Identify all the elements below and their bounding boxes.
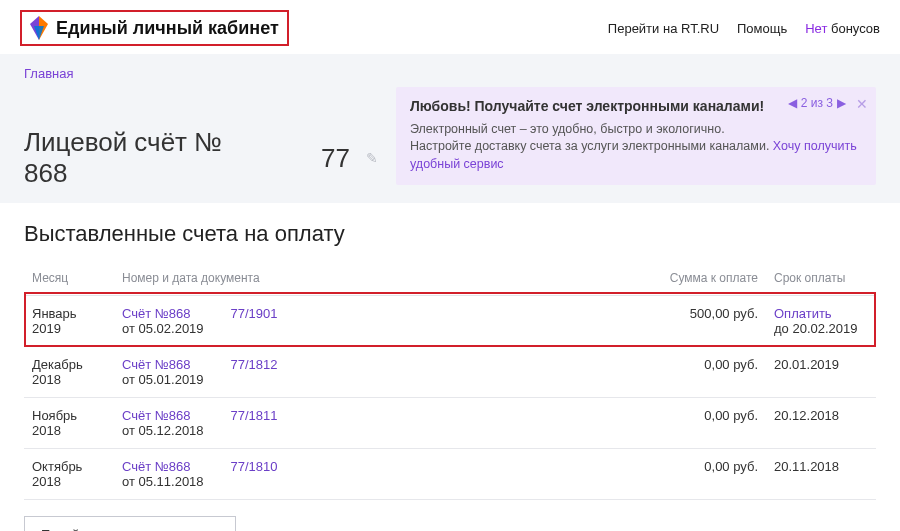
bills-table: Месяц Номер и дата документа Сумма к опл… — [24, 265, 876, 500]
cell-amount: 500,00 руб. — [626, 296, 766, 347]
cell-doc: Счёт №86877/1810от 05.11.2018 — [114, 449, 626, 500]
link-help[interactable]: Помощь — [737, 21, 787, 36]
account-column: Лицевой счёт № 868 77 ✎ — [24, 87, 378, 189]
topbar: Единый личный кабинет Перейти на RT.RU П… — [0, 0, 900, 54]
table-row: Ноябрь2018Счёт №86877/1811от 05.12.20180… — [24, 398, 876, 449]
notice-line1: Электронный счет – это удобно, быстро и … — [410, 121, 862, 139]
account-label: Лицевой счёт № 868 — [24, 127, 250, 189]
all-bills-button[interactable]: Перейти к списку всех счетов — [24, 516, 236, 531]
breadcrumb[interactable]: Главная — [24, 66, 73, 87]
main: Выставленные счета на оплату Месяц Номер… — [0, 203, 900, 531]
cell-month: Январь2019 — [24, 296, 114, 347]
cell-month: Декабрь2018 — [24, 347, 114, 398]
brand-title: Единый личный кабинет — [56, 18, 279, 39]
cell-due: Оплатитьдо 20.02.2019 — [766, 296, 876, 347]
section-title: Выставленные счета на оплату — [24, 221, 876, 247]
link-goto-rt[interactable]: Перейти на RT.RU — [608, 21, 719, 36]
account-suffix: 77 — [321, 143, 350, 174]
col-due: Срок оплаты — [766, 265, 876, 296]
notice-pager-text: 2 из 3 — [801, 95, 833, 112]
doc-number-link[interactable]: Счёт №868 — [122, 459, 190, 474]
info-row: Лицевой счёт № 868 77 ✎ ◀ 2 из 3 ▶ ✕ Люб… — [0, 87, 900, 203]
cell-doc: Счёт №86877/1812от 05.01.2019 — [114, 347, 626, 398]
doc-date: от 05.02.2019 — [122, 321, 618, 336]
doc-date: от 05.11.2018 — [122, 474, 618, 489]
doc-number-link[interactable]: Счёт №868 — [122, 408, 190, 423]
doc-code-link[interactable]: 77/1901 — [230, 306, 277, 321]
doc-code-link[interactable]: 77/1811 — [230, 408, 277, 423]
col-doc: Номер и дата документа — [114, 265, 626, 296]
chevron-right-icon[interactable]: ▶ — [837, 95, 846, 112]
cell-amount: 0,00 руб. — [626, 398, 766, 449]
chevron-left-icon[interactable]: ◀ — [788, 95, 797, 112]
notice-line2: Настройте доставку счета за услуги элект… — [410, 139, 769, 153]
edit-icon[interactable]: ✎ — [358, 150, 378, 166]
link-bonus[interactable]: Нет бонусов — [805, 21, 880, 36]
logo-icon — [30, 16, 48, 40]
cell-due: 20.11.2018 — [766, 449, 876, 500]
table-row: Январь2019Счёт №86877/1901от 05.02.20195… — [24, 296, 876, 347]
table-row: Декабрь2018Счёт №86877/1812от 05.01.2019… — [24, 347, 876, 398]
cell-due: 20.12.2018 — [766, 398, 876, 449]
pay-link[interactable]: Оплатить — [774, 306, 868, 321]
cell-month: Октябрь2018 — [24, 449, 114, 500]
promo-notice: ◀ 2 из 3 ▶ ✕ Любовь! Получайте счет элек… — [396, 87, 876, 185]
cell-doc: Счёт №86877/1901от 05.02.2019 — [114, 296, 626, 347]
col-month: Месяц — [24, 265, 114, 296]
cell-amount: 0,00 руб. — [626, 347, 766, 398]
bonus-prefix: Нет — [805, 21, 827, 36]
bonus-word: бонусов — [831, 21, 880, 36]
cell-month: Ноябрь2018 — [24, 398, 114, 449]
doc-code-link[interactable]: 77/1810 — [230, 459, 277, 474]
cell-doc: Счёт №86877/1811от 05.12.2018 — [114, 398, 626, 449]
doc-date: от 05.01.2019 — [122, 372, 618, 387]
subhead: Главная — [0, 54, 900, 87]
brand-highlight: Единый личный кабинет — [20, 10, 289, 46]
table-row: Октябрь2018Счёт №86877/1810от 05.11.2018… — [24, 449, 876, 500]
col-amount: Сумма к оплате — [626, 265, 766, 296]
top-links: Перейти на RT.RU Помощь Нет бонусов — [608, 21, 880, 36]
cell-amount: 0,00 руб. — [626, 449, 766, 500]
close-icon[interactable]: ✕ — [856, 95, 868, 115]
notice-pager[interactable]: ◀ 2 из 3 ▶ — [788, 95, 846, 112]
doc-date: от 05.12.2018 — [122, 423, 618, 438]
cell-due: 20.01.2019 — [766, 347, 876, 398]
doc-code-link[interactable]: 77/1812 — [230, 357, 277, 372]
due-date: до 20.02.2019 — [774, 321, 858, 336]
account-title: Лицевой счёт № 868 77 ✎ — [24, 127, 378, 189]
doc-number-link[interactable]: Счёт №868 — [122, 306, 190, 321]
doc-number-link[interactable]: Счёт №868 — [122, 357, 190, 372]
